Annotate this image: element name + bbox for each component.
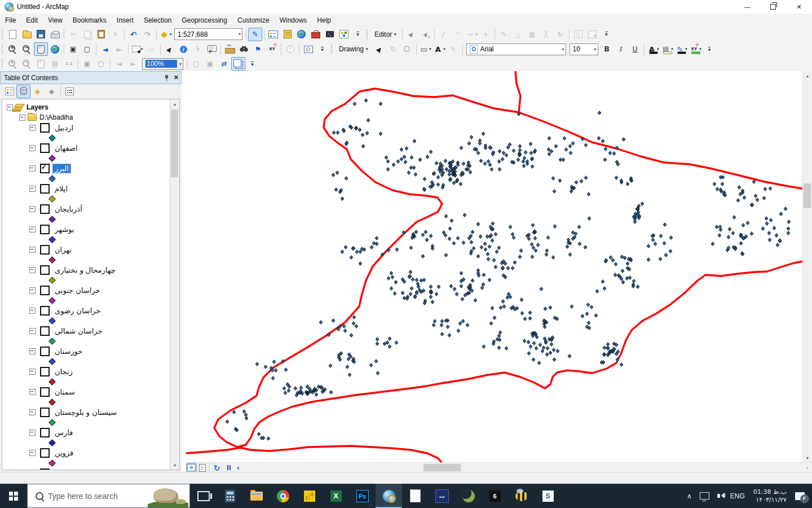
taskbar-app-chrome[interactable] bbox=[270, 484, 296, 508]
toolbar-grip[interactable] bbox=[1, 59, 4, 69]
list-by-drawing-order-button[interactable] bbox=[2, 85, 16, 98]
undo-button[interactable] bbox=[126, 28, 140, 41]
arctoolbox-window-button[interactable] bbox=[308, 28, 323, 41]
layer-visibility-checkbox[interactable] bbox=[40, 265, 50, 275]
list-by-selection-button[interactable] bbox=[45, 85, 59, 98]
minimize-button[interactable]: — bbox=[734, 0, 760, 14]
expander-icon[interactable] bbox=[29, 287, 36, 294]
modelbuilder-window-button[interactable] bbox=[337, 28, 351, 41]
toolbar-grip[interactable] bbox=[366, 29, 369, 40]
expander-icon[interactable] bbox=[29, 389, 36, 395]
measure-button[interactable] bbox=[223, 42, 237, 56]
scroll-left-button[interactable] bbox=[233, 463, 244, 472]
menu-customize[interactable]: Customize bbox=[232, 15, 275, 26]
fixed-zoom-in-button[interactable] bbox=[66, 42, 80, 56]
layer-visibility-checkbox[interactable] bbox=[40, 123, 50, 133]
point-symbol[interactable] bbox=[48, 256, 56, 264]
layer-visibility-checkbox[interactable] bbox=[40, 245, 50, 255]
point-symbol[interactable] bbox=[48, 216, 56, 223]
layer-visibility-checkbox[interactable] bbox=[40, 184, 50, 194]
data-driven-pages-button[interactable] bbox=[231, 57, 245, 71]
new-document-button[interactable] bbox=[6, 28, 20, 41]
layer-label[interactable]: خراسان رضوی bbox=[53, 306, 103, 315]
point-symbol[interactable] bbox=[48, 317, 56, 325]
layer-label[interactable]: آذربایجان bbox=[53, 205, 84, 213]
expander-icon[interactable] bbox=[29, 206, 36, 212]
scroll-right-icon[interactable]: › bbox=[803, 463, 812, 472]
map-scale-combo[interactable]: 1:527,688 ▾ bbox=[174, 28, 242, 40]
menu-view[interactable]: View bbox=[43, 15, 68, 26]
layer-label[interactable]: چهارمحال و بختیاری bbox=[53, 266, 117, 274]
toolbar-overflow-button[interactable] bbox=[351, 28, 365, 41]
language-indicator[interactable]: ENG bbox=[726, 484, 749, 508]
layer-label[interactable]: اصفهان bbox=[53, 144, 80, 152]
expander-icon[interactable] bbox=[29, 267, 36, 273]
identify-button[interactable] bbox=[176, 42, 191, 56]
expander-icon[interactable] bbox=[29, 186, 36, 192]
toolbar-overflow-button[interactable] bbox=[703, 42, 717, 56]
expander-icon[interactable] bbox=[29, 409, 36, 415]
create-viewer-window-button[interactable] bbox=[301, 42, 315, 56]
taskbar-clock[interactable]: 01:38 ب.ظ ۱۴۰۳/۱۱/۲۷ bbox=[749, 488, 791, 504]
go-back-to-previous-extent-button[interactable] bbox=[98, 42, 112, 56]
layer-visibility-checkbox[interactable] bbox=[40, 408, 50, 417]
point-symbol[interactable] bbox=[48, 134, 56, 142]
close-button[interactable]: ✕ bbox=[786, 0, 812, 14]
taskbar-app-photoshop[interactable]: Ps bbox=[349, 484, 376, 508]
toolbar-grip[interactable] bbox=[1, 44, 4, 54]
underline-button[interactable]: U bbox=[628, 42, 642, 56]
layout-view-button-button[interactable] bbox=[197, 463, 208, 472]
layer-visibility-checkbox[interactable] bbox=[40, 347, 50, 356]
select-elements-button[interactable] bbox=[162, 42, 176, 56]
font-size-combo[interactable]: 10 ▾ bbox=[570, 43, 598, 55]
layer-visibility-checkbox[interactable] bbox=[40, 387, 50, 397]
taskbar-app-calculator[interactable] bbox=[217, 484, 243, 508]
print-button[interactable] bbox=[48, 28, 62, 41]
menu-edit[interactable]: Edit bbox=[21, 15, 43, 26]
toc-group-label[interactable]: D:\Abadiha bbox=[39, 113, 73, 121]
close-icon[interactable]: ✕ bbox=[174, 74, 179, 81]
line-color-button[interactable]: ▾ bbox=[674, 42, 689, 56]
taskbar-search-input[interactable]: Type here to search bbox=[27, 484, 190, 508]
layer-visibility-checkbox[interactable] bbox=[40, 448, 50, 458]
marker-color-button[interactable]: ▾ bbox=[689, 42, 703, 56]
layer-visibility-checkbox[interactable] bbox=[40, 204, 50, 214]
table-of-contents-window-button[interactable] bbox=[266, 28, 280, 41]
font-combo[interactable]: O Arial ▾ bbox=[466, 43, 566, 55]
volume-icon[interactable] bbox=[713, 484, 726, 508]
layer-visibility-checkbox[interactable] bbox=[40, 367, 50, 376]
expander-icon[interactable] bbox=[29, 430, 36, 436]
menu-selection[interactable]: Selection bbox=[139, 15, 176, 26]
action-center-button[interactable] bbox=[791, 484, 809, 508]
list-by-visibility-button[interactable] bbox=[30, 85, 45, 98]
layer-label[interactable]: البرز bbox=[53, 164, 70, 173]
layer-visibility-checkbox[interactable] bbox=[40, 326, 50, 336]
python-window-button[interactable] bbox=[323, 28, 337, 41]
scroll-down-icon[interactable]: ▾ bbox=[803, 453, 812, 462]
add-data-button[interactable]: ▾ bbox=[158, 28, 173, 41]
restore-button[interactable] bbox=[760, 0, 786, 14]
font-color-button[interactable]: ▾ bbox=[646, 42, 660, 56]
layer-label[interactable]: خراسان شمالی bbox=[53, 327, 104, 335]
expander-icon[interactable] bbox=[29, 145, 36, 151]
point-symbol[interactable] bbox=[48, 419, 56, 426]
map-horizontal-scrollbar[interactable]: › bbox=[246, 463, 812, 472]
layer-visibility-checkbox[interactable] bbox=[40, 286, 50, 295]
expander-icon[interactable] bbox=[29, 348, 36, 354]
menu-bookmarks[interactable]: Bookmarks bbox=[68, 15, 112, 26]
point-symbol[interactable] bbox=[48, 236, 56, 243]
scroll-up-icon[interactable]: ▴ bbox=[803, 71, 812, 80]
menu-help[interactable]: Help bbox=[312, 15, 336, 26]
taskbar-app-notepad[interactable] bbox=[402, 484, 429, 508]
refresh-view-button[interactable] bbox=[211, 463, 222, 472]
point-symbol[interactable] bbox=[48, 338, 56, 345]
point-symbol[interactable] bbox=[48, 378, 56, 386]
layer-label[interactable]: خراسان جنوبی bbox=[53, 286, 102, 295]
taskbar-app-bee-app[interactable] bbox=[508, 484, 535, 508]
horizontal-scrollbar-thumb[interactable] bbox=[423, 464, 461, 471]
toc-scrollbar[interactable]: ▴ ▾ bbox=[170, 99, 179, 470]
layer-label[interactable]: سیستان و بلوچستان bbox=[53, 408, 118, 417]
layer-label[interactable]: ایلام bbox=[53, 185, 69, 193]
layer-visibility-checkbox[interactable] bbox=[40, 164, 50, 173]
menu-file[interactable]: File bbox=[0, 15, 21, 26]
